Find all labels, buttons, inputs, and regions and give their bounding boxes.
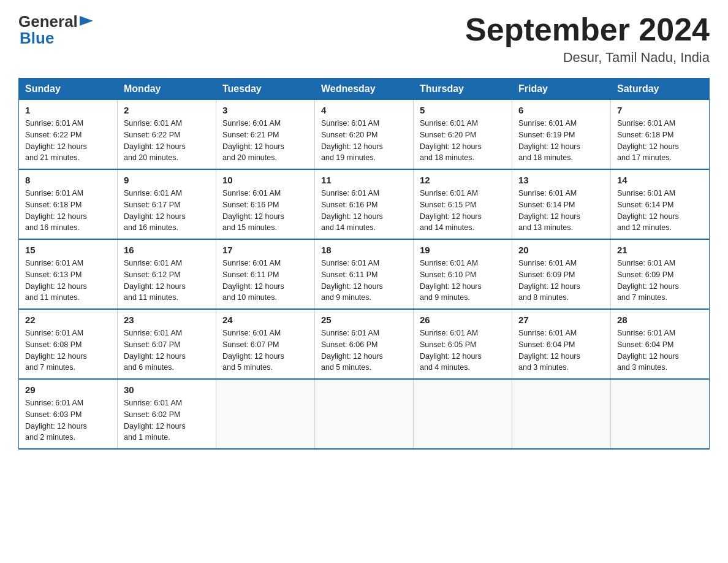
day-info: Sunrise: 6:01 AMSunset: 6:18 PMDaylight:… [25,189,87,232]
calendar-cell: 5 Sunrise: 6:01 AMSunset: 6:20 PMDayligh… [414,100,512,170]
day-number: 10 [222,175,308,185]
day-info: Sunrise: 6:01 AMSunset: 6:17 PMDaylight:… [124,189,186,232]
header-saturday: Saturday [611,79,710,100]
day-info: Sunrise: 6:01 AMSunset: 6:16 PMDaylight:… [321,189,383,232]
header-monday: Monday [118,79,216,100]
calendar-cell: 9 Sunrise: 6:01 AMSunset: 6:17 PMDayligh… [118,169,216,239]
calendar-cell [611,379,710,449]
calendar-cell: 29 Sunrise: 6:01 AMSunset: 6:03 PMDaylig… [19,379,118,449]
day-info: Sunrise: 6:01 AMSunset: 6:16 PMDaylight:… [222,189,284,232]
header-friday: Friday [512,79,611,100]
day-number: 21 [617,245,703,255]
logo-blue-text: Blue [20,29,93,48]
calendar-cell: 4 Sunrise: 6:01 AMSunset: 6:20 PMDayligh… [315,100,414,170]
day-number: 6 [518,105,604,115]
day-number: 23 [124,315,210,325]
day-info: Sunrise: 6:01 AMSunset: 6:04 PMDaylight:… [518,329,580,372]
day-number: 4 [321,105,407,115]
day-number: 26 [420,315,506,325]
calendar-cell: 26 Sunrise: 6:01 AMSunset: 6:05 PMDaylig… [414,309,512,379]
calendar-cell: 23 Sunrise: 6:01 AMSunset: 6:07 PMDaylig… [118,309,216,379]
day-info: Sunrise: 6:01 AMSunset: 6:14 PMDaylight:… [617,189,679,232]
calendar-cell [512,379,611,449]
calendar-cell: 25 Sunrise: 6:01 AMSunset: 6:06 PMDaylig… [315,309,414,379]
calendar-cell: 14 Sunrise: 6:01 AMSunset: 6:14 PMDaylig… [611,169,710,239]
day-number: 15 [25,245,111,255]
day-info: Sunrise: 6:01 AMSunset: 6:22 PMDaylight:… [124,119,186,162]
day-info: Sunrise: 6:01 AMSunset: 6:06 PMDaylight:… [321,329,383,372]
day-number: 1 [25,105,111,115]
calendar-cell: 6 Sunrise: 6:01 AMSunset: 6:19 PMDayligh… [512,100,611,170]
day-info: Sunrise: 6:01 AMSunset: 6:07 PMDaylight:… [222,329,284,372]
day-number: 29 [25,385,111,395]
day-info: Sunrise: 6:01 AMSunset: 6:12 PMDaylight:… [124,259,186,302]
day-number: 9 [124,175,210,185]
header-sunday: Sunday [19,79,118,100]
day-info: Sunrise: 6:01 AMSunset: 6:08 PMDaylight:… [25,329,87,372]
day-number: 16 [124,245,210,255]
calendar-week-3: 15 Sunrise: 6:01 AMSunset: 6:13 PMDaylig… [19,239,710,309]
day-number: 14 [617,175,703,185]
day-number: 27 [518,315,604,325]
day-number: 8 [25,175,111,185]
day-info: Sunrise: 6:01 AMSunset: 6:11 PMDaylight:… [222,259,284,302]
day-info: Sunrise: 6:01 AMSunset: 6:04 PMDaylight:… [617,329,679,372]
header-thursday: Thursday [414,79,512,100]
day-info: Sunrise: 6:01 AMSunset: 6:10 PMDaylight:… [420,259,482,302]
day-info: Sunrise: 6:01 AMSunset: 6:05 PMDaylight:… [420,329,482,372]
calendar-cell: 22 Sunrise: 6:01 AMSunset: 6:08 PMDaylig… [19,309,118,379]
day-number: 25 [321,315,407,325]
day-info: Sunrise: 6:01 AMSunset: 6:09 PMDaylight:… [518,259,580,302]
calendar-cell: 16 Sunrise: 6:01 AMSunset: 6:12 PMDaylig… [118,239,216,309]
calendar-cell: 1 Sunrise: 6:01 AMSunset: 6:22 PMDayligh… [19,100,118,170]
calendar-cell: 7 Sunrise: 6:01 AMSunset: 6:18 PMDayligh… [611,100,710,170]
day-number: 20 [518,245,604,255]
calendar-week-1: 1 Sunrise: 6:01 AMSunset: 6:22 PMDayligh… [19,100,710,170]
day-number: 22 [25,315,111,325]
calendar-cell: 17 Sunrise: 6:01 AMSunset: 6:11 PMDaylig… [216,239,315,309]
day-number: 24 [222,315,308,325]
svg-marker-0 [80,16,93,26]
calendar-cell: 2 Sunrise: 6:01 AMSunset: 6:22 PMDayligh… [118,100,216,170]
day-info: Sunrise: 6:01 AMSunset: 6:22 PMDaylight:… [25,119,87,162]
calendar-cell: 30 Sunrise: 6:01 AMSunset: 6:02 PMDaylig… [118,379,216,449]
day-number: 18 [321,245,407,255]
header-row: Sunday Monday Tuesday Wednesday Thursday… [19,79,710,100]
calendar-cell [216,379,315,449]
day-info: Sunrise: 6:01 AMSunset: 6:20 PMDaylight:… [420,119,482,162]
day-info: Sunrise: 6:01 AMSunset: 6:02 PMDaylight:… [124,399,186,442]
header-wednesday: Wednesday [315,79,414,100]
calendar-body: 1 Sunrise: 6:01 AMSunset: 6:22 PMDayligh… [19,100,710,450]
day-number: 28 [617,315,703,325]
day-number: 2 [124,105,210,115]
day-info: Sunrise: 6:01 AMSunset: 6:11 PMDaylight:… [321,259,383,302]
day-number: 30 [124,385,210,395]
day-info: Sunrise: 6:01 AMSunset: 6:07 PMDaylight:… [124,329,186,372]
logo-flag-icon [80,16,93,29]
location-subtitle: Desur, Tamil Nadu, India [465,50,710,66]
calendar-cell [315,379,414,449]
month-title: September 2024 [465,12,710,47]
calendar-cell [414,379,512,449]
calendar-week-5: 29 Sunrise: 6:01 AMSunset: 6:03 PMDaylig… [19,379,710,449]
page-header: General Blue September 2024 Desur, Tamil… [18,12,710,66]
day-info: Sunrise: 6:01 AMSunset: 6:03 PMDaylight:… [25,399,87,442]
calendar-cell: 11 Sunrise: 6:01 AMSunset: 6:16 PMDaylig… [315,169,414,239]
day-number: 3 [222,105,308,115]
calendar-cell: 27 Sunrise: 6:01 AMSunset: 6:04 PMDaylig… [512,309,611,379]
day-info: Sunrise: 6:01 AMSunset: 6:09 PMDaylight:… [617,259,679,302]
day-info: Sunrise: 6:01 AMSunset: 6:21 PMDaylight:… [222,119,284,162]
calendar-cell: 19 Sunrise: 6:01 AMSunset: 6:10 PMDaylig… [414,239,512,309]
header-tuesday: Tuesday [216,79,315,100]
calendar-table: Sunday Monday Tuesday Wednesday Thursday… [18,78,710,450]
logo: General Blue [18,12,93,48]
day-info: Sunrise: 6:01 AMSunset: 6:15 PMDaylight:… [420,189,482,232]
day-number: 12 [420,175,506,185]
day-info: Sunrise: 6:01 AMSunset: 6:20 PMDaylight:… [321,119,383,162]
calendar-cell: 24 Sunrise: 6:01 AMSunset: 6:07 PMDaylig… [216,309,315,379]
calendar-week-2: 8 Sunrise: 6:01 AMSunset: 6:18 PMDayligh… [19,169,710,239]
day-number: 13 [518,175,604,185]
day-number: 7 [617,105,703,115]
calendar-cell: 13 Sunrise: 6:01 AMSunset: 6:14 PMDaylig… [512,169,611,239]
day-info: Sunrise: 6:01 AMSunset: 6:14 PMDaylight:… [518,189,580,232]
